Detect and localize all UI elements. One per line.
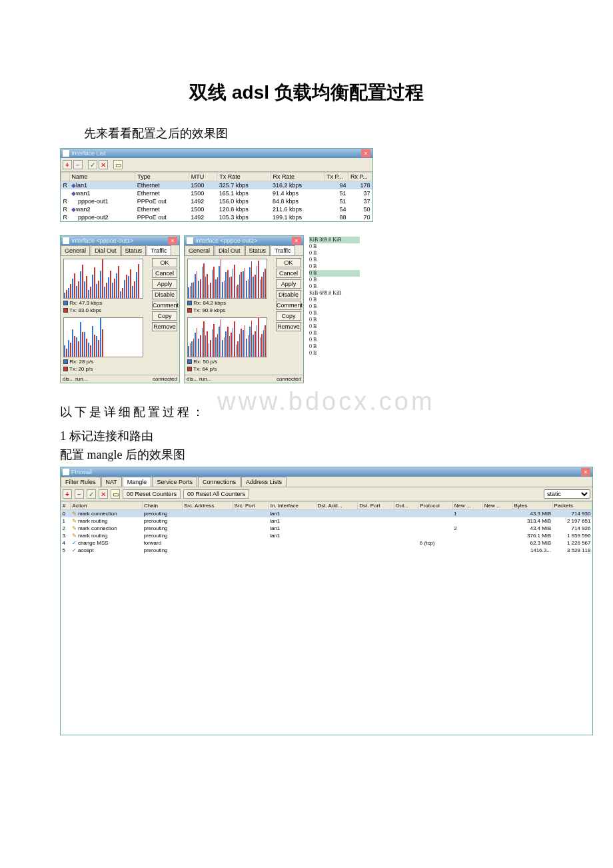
reset-counters-button[interactable]: 00 Reset Counters	[123, 489, 181, 499]
remove-button[interactable]: −	[75, 489, 84, 499]
tab-service-ports[interactable]: Service Ports	[152, 477, 197, 487]
disable-button[interactable]: Disable	[276, 290, 301, 299]
twin1-title: Interface <pppoe-out1>	[71, 237, 168, 244]
tab-traffic[interactable]: Traffic	[147, 245, 171, 255]
ok-button[interactable]: OK	[152, 258, 177, 267]
comment-button[interactable]: ▭	[111, 489, 120, 499]
tab-traffic[interactable]: Traffic	[271, 245, 295, 255]
interface-list-window: Interface List × + − ✓ ✕ ▭ Name Type MTU…	[60, 148, 373, 222]
ok-button[interactable]: OK	[276, 258, 301, 267]
copy-button[interactable]: Copy	[152, 311, 177, 321]
table-row[interactable]: 5✓ acceptprerouting1416.3...3 528 118	[61, 547, 592, 554]
add-button[interactable]: +	[63, 160, 72, 169]
tab-status[interactable]: Status	[245, 245, 271, 255]
apply-button[interactable]: Apply	[276, 279, 301, 289]
table-row[interactable]: 2✎ mark connectionpreroutinglan1243.4 Mi…	[61, 525, 592, 532]
table-row[interactable]: R pppoe-out1PPPoE out1492156.0 kbps84.8 …	[61, 197, 372, 205]
disable-button[interactable]: ✕	[99, 489, 108, 499]
section1: 1 标记连接和路由	[60, 428, 553, 444]
close-icon[interactable]: ×	[168, 237, 177, 245]
table-row[interactable]: 0✎ mark connectionpreroutinglan1143.3 Mi…	[61, 510, 592, 518]
enable-button[interactable]: ✓	[87, 489, 96, 499]
doc-title: 双线 adsl 负载均衡配置过程	[60, 80, 553, 105]
reset-all-counters-button[interactable]: 00 Reset All Counters	[183, 489, 249, 499]
tab-status[interactable]: Status	[121, 245, 147, 255]
section1b: 配置 mangle 后的效果图	[60, 447, 553, 463]
tab-general[interactable]: General	[61, 245, 90, 255]
comment-button[interactable]: ▭	[113, 160, 123, 169]
window-icon	[63, 469, 69, 475]
twin2-title: Interface <pppoe-out2>	[195, 237, 292, 244]
tab-filter-rules[interactable]: Filter Rules	[61, 477, 101, 487]
close-icon[interactable]: ×	[361, 149, 370, 157]
window-icon	[63, 150, 69, 157]
header-row: Name Type MTU Tx Rate Rx Rate Tx P... Rx…	[61, 173, 372, 181]
table-row[interactable]: 3✎ mark routingpreroutinglan1376.1 MiB1 …	[61, 532, 592, 539]
watermark: 以下是详细配置过程： www.bdocx.com	[60, 397, 553, 421]
add-button[interactable]: +	[63, 489, 72, 499]
header-row: #ActionChainSrc. AddressSrc. PortIn. Int…	[61, 502, 592, 510]
side-stats-fragment: KiB 369.0 KiB 0 B0 B0 B0 B0 B0 B0 BKiB 6…	[308, 235, 361, 358]
pppoe-out1-traffic-window: Interface <pppoe-out1> × GeneralDial Out…	[60, 235, 180, 383]
close-icon[interactable]: ×	[292, 237, 301, 245]
table-row[interactable]: R pppoe-out2PPPoE out1492105.3 kbps199.1…	[61, 213, 372, 221]
mangle-grid[interactable]: #ActionChainSrc. AddressSrc. PortIn. Int…	[61, 501, 592, 735]
tab-mangle[interactable]: Mangle	[123, 477, 152, 487]
remove-button[interactable]: Remove	[152, 322, 177, 331]
tab-connections[interactable]: Connections	[198, 477, 241, 487]
intro-text: 先来看看配置之后的效果图	[60, 125, 553, 141]
table-row[interactable]: 1✎ mark routingpreroutinglan1313.4 MiB2 …	[61, 517, 592, 525]
cancel-button[interactable]: Cancel	[276, 269, 301, 278]
enable-button[interactable]: ✓	[88, 160, 97, 169]
firewall-title: Firewall	[71, 469, 581, 475]
table-row[interactable]: R◆wan2Ethernet1500120.8 kbps211.6 kbps54…	[61, 205, 372, 213]
interface-grid[interactable]: Name Type MTU Tx Rate Rx Rate Tx P... Rx…	[61, 172, 372, 221]
comment-button[interactable]: Comment	[152, 301, 177, 310]
tab-address-lists[interactable]: Address Lists	[241, 477, 287, 487]
remove-button[interactable]: Remove	[276, 322, 301, 331]
filter-dropdown[interactable]: static	[544, 489, 590, 499]
pppoe-out2-traffic-window: Interface <pppoe-out2> × GeneralDial Out…	[184, 235, 304, 383]
comment-button[interactable]: Comment	[276, 301, 301, 310]
tab-general[interactable]: General	[185, 245, 214, 255]
remove-button[interactable]: −	[73, 160, 83, 169]
table-row[interactable]: R◆lan1Ethernet1500325.7 kbps316.2 kbps94…	[61, 181, 372, 190]
window-icon	[187, 237, 193, 244]
close-icon[interactable]: ×	[581, 468, 590, 476]
disable-button[interactable]: Disable	[152, 290, 177, 299]
table-row[interactable]: 4✓ change MSSforward6 (tcp)62.3 MiB1 226…	[61, 539, 592, 547]
tab-nat[interactable]: NAT	[101, 477, 122, 487]
apply-button[interactable]: Apply	[152, 279, 177, 289]
window-icon	[63, 237, 69, 244]
tab-dial-out[interactable]: Dial Out	[91, 245, 121, 255]
table-row[interactable]: ◆wan1Ethernet1500165.1 kbps91.4 kbps5137	[61, 189, 372, 197]
cancel-button[interactable]: Cancel	[152, 269, 177, 278]
tab-dial-out[interactable]: Dial Out	[215, 245, 245, 255]
disable-button[interactable]: ✕	[99, 160, 108, 169]
firewall-window: Firewall × Filter RulesNATMangleService …	[60, 467, 593, 735]
interface-list-title: Interface List	[71, 150, 361, 157]
copy-button[interactable]: Copy	[276, 311, 301, 321]
